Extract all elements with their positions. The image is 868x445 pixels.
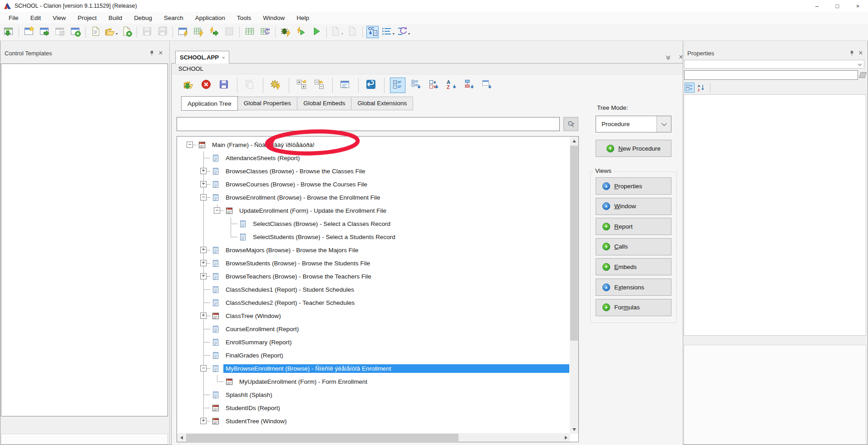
save-button[interactable]: [141, 26, 153, 38]
menu-file[interactable]: File: [3, 13, 25, 23]
generate-source-button[interactable]: [269, 78, 282, 92]
control-templates-list[interactable]: [1, 64, 168, 416]
properties-pin-icon[interactable]: [847, 49, 856, 57]
sort-by-type-button[interactable]: EB: [427, 78, 441, 92]
view-extensions-button[interactable]: ▲Extensions: [596, 279, 671, 296]
tree-item-label[interactable]: BrowseTeachers (Browse) - Browse the Tea…: [223, 272, 569, 281]
run-no-debug-button[interactable]: [295, 26, 307, 38]
close-app-button[interactable]: [199, 78, 213, 92]
tree-item[interactable]: EnrollSummary (Report): [178, 336, 569, 349]
menu-search[interactable]: Search: [158, 13, 189, 23]
tree-item-label[interactable]: ClassTree (Window): [223, 312, 569, 320]
maximize-button[interactable]: □: [827, 0, 848, 12]
view-properties-button[interactable]: ▲Properties: [596, 177, 671, 195]
tab-global-extensions[interactable]: Global Extensions: [351, 97, 413, 110]
tree-expander-plus-icon[interactable]: +: [200, 260, 207, 266]
tree-item[interactable]: +BrowseStudents (Browse) - Browse the St…: [178, 257, 569, 270]
tree-item-label[interactable]: SplashIt (Splash): [223, 391, 569, 399]
run-button[interactable]: [310, 26, 322, 38]
menu-window[interactable]: Window: [257, 13, 291, 23]
tree-item-label[interactable]: StudentIDs (Report): [223, 404, 569, 412]
tree-item[interactable]: −MyBrowseEnrollment (Browse) - Ñïèñîê ýë…: [178, 362, 569, 375]
horizontal-scrollbar[interactable]: [177, 433, 570, 442]
menu-project[interactable]: Project: [72, 13, 103, 23]
tab-global-embeds[interactable]: Global Embeds: [297, 97, 351, 110]
tree-item[interactable]: FinalGrades (Report): [178, 349, 569, 362]
tree-item[interactable]: SelectClasses (Browse) - Select a Classe…: [178, 217, 569, 230]
dropdown-arrow-icon[interactable]: ▾: [408, 32, 410, 36]
tree-item-label[interactable]: BrowseEnrollment (Browse) - Browse the E…: [223, 193, 569, 202]
properties-grid[interactable]: [684, 94, 866, 336]
add-item-button[interactable]: [120, 26, 133, 38]
next-doc-button[interactable]: [346, 26, 358, 38]
view-window-button[interactable]: ▲Window: [596, 198, 671, 215]
open-window-button[interactable]: [38, 26, 50, 38]
properties-filter-input[interactable]: [684, 70, 858, 80]
scroll-down-icon[interactable]: [570, 425, 578, 434]
build-window-button[interactable]: [177, 26, 189, 38]
tree-item[interactable]: +BrowseMajors (Browse) - Browse the Majo…: [178, 244, 569, 257]
chevron-down-icon[interactable]: [656, 116, 671, 132]
view-formulas-button[interactable]: +Formulas: [596, 299, 671, 316]
expand-all-button[interactable]: [295, 78, 308, 92]
tree-expander-plus-icon[interactable]: +: [200, 181, 207, 187]
tree-item-label[interactable]: CourseEnrollment (Report): [223, 325, 569, 333]
tree-expander-plus-icon[interactable]: +: [200, 247, 207, 253]
left-splitter[interactable]: [169, 41, 170, 445]
edit-embeds-button[interactable]: [338, 78, 352, 92]
new-window-button[interactable]: [23, 26, 35, 38]
tree-item[interactable]: ClassSchedules2 (Report) - Teacher Sched…: [178, 296, 569, 309]
new-file-button[interactable]: [89, 26, 102, 38]
document-tab-school-app[interactable]: SCHOOL.APP ×: [175, 51, 229, 64]
search-button[interactable]: [563, 117, 578, 131]
tree-item-label[interactable]: MyBrowseEnrollment (Browse) - Ñïèñîê ýëå…: [223, 364, 569, 373]
scroll-up-icon[interactable]: [570, 137, 578, 145]
tree-item[interactable]: AttendanceSheets (Report): [178, 152, 569, 165]
procedure-search-input[interactable]: [177, 117, 560, 131]
horizontal-scroll-thumb[interactable]: [186, 434, 459, 441]
right-splitter[interactable]: [683, 41, 683, 445]
tree-item-label[interactable]: Main (Frame) - Ñòàðòîâàÿ ïðîöåäóðà!: [210, 141, 569, 149]
tree-item-label[interactable]: ClassSchedules2 (Report) - Teacher Sched…: [223, 298, 569, 307]
tree-item-label[interactable]: BrowseCourses (Browse) - Browse the Cour…: [223, 180, 569, 189]
tree-item[interactable]: SplashIt (Splash): [178, 388, 569, 401]
document-tab-close-icon[interactable]: ×: [222, 55, 225, 60]
tree-item[interactable]: CourseEnrollment (Report): [178, 323, 569, 336]
tree-item[interactable]: +BrowseClasses (Browse) - Browse the Cla…: [178, 165, 569, 178]
debug-button[interactable]: [279, 26, 291, 38]
scroll-left-icon[interactable]: [177, 433, 186, 442]
sort-by-template-button[interactable]: [463, 78, 476, 92]
tree-item-label[interactable]: BrowseStudents (Browse) - Browse the Stu…: [223, 259, 569, 268]
copy-procedure-button[interactable]: [243, 78, 256, 92]
menu-build[interactable]: Build: [103, 13, 128, 23]
menu-tools[interactable]: Tools: [231, 13, 257, 23]
scroll-right-icon[interactable]: [562, 433, 570, 442]
save-all-button[interactable]: [156, 26, 168, 38]
save-app-button[interactable]: [217, 78, 231, 92]
previous-doc-button[interactable]: ▾: [330, 26, 343, 38]
tree-item[interactable]: +BrowseCourses (Browse) - Browse the Cou…: [178, 178, 569, 191]
tree-item-label[interactable]: UpdateEnrollment (Form) - Update the Enr…: [237, 206, 569, 215]
tree-item[interactable]: MyUpdateEnrollment (Form) - Form Enrollm…: [178, 375, 569, 388]
tree-item-label[interactable]: BrowseMajors (Browse) - Browse the Major…: [223, 246, 569, 254]
properties-object-combobox[interactable]: [684, 60, 864, 68]
tree-item[interactable]: +ClassTree (Window): [178, 309, 569, 323]
tree-item-label[interactable]: AttendanceSheets (Report): [223, 154, 569, 162]
tree-expander-plus-icon[interactable]: +: [200, 313, 207, 319]
grid-view-button[interactable]: [243, 26, 256, 38]
sort-by-tree-button[interactable]: [409, 78, 423, 92]
tree-item[interactable]: +StudentTree (Window): [178, 415, 569, 428]
grid-refresh-button[interactable]: [259, 26, 271, 38]
dropdown-arrow-icon[interactable]: ▾: [341, 32, 343, 36]
new-procedure-button[interactable]: +New Procedure: [596, 140, 671, 157]
save-window-button[interactable]: [54, 26, 66, 38]
tree-item-label[interactable]: BrowseClasses (Browse) - Browse the Clas…: [223, 167, 569, 176]
tree-item-label[interactable]: MyUpdateEnrollment (Form) - Form Enrollm…: [237, 377, 569, 386]
properties-close-icon[interactable]: ×: [856, 49, 865, 57]
build-stop-button[interactable]: [223, 26, 235, 38]
undo-button[interactable]: [364, 78, 378, 92]
reformat-code-button[interactable]: ▾: [397, 26, 409, 38]
tree-expander-minus-icon[interactable]: −: [200, 365, 207, 372]
tree-expander-minus-icon[interactable]: −: [214, 207, 220, 214]
build-run-button[interactable]: [207, 26, 220, 38]
